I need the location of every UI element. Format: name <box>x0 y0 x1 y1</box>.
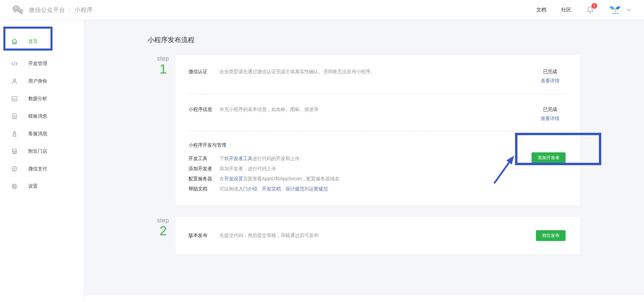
sidebar-item-data-analysis[interactable]: 数据分析 <box>0 90 84 108</box>
row-label: 版本发布 <box>189 233 219 239</box>
code-icon <box>11 60 18 67</box>
dev-item-tools: 开发工具 下载开发者工具进行代码的开发和上传 <box>189 156 532 161</box>
row-desc: 企业类型请先通过微信认证完成主体真实性确认。否则将无法发布小程序。 <box>219 69 541 75</box>
sidebar-item-settings[interactable]: 设置 <box>0 178 84 195</box>
step-number: 1 <box>157 62 176 77</box>
sidebar-item-label: 用户身份 <box>28 78 47 84</box>
header-right: 文档 社区 1 <box>536 5 631 14</box>
dev-item-config-server: 配置服务器 在开发设置页面查看AppID和AppSecret，配置服务器域名 <box>189 176 532 182</box>
sidebar-item-label: 附近门店 <box>28 148 47 154</box>
section-title: 小程序开发与管理 <box>189 142 532 148</box>
notification-bell-button[interactable]: 1 <box>586 5 594 14</box>
dev-item-add-developer: 添加开发者 添加开发者，进行代码上传 <box>189 166 532 172</box>
dev-manage-section: 小程序开发与管理 开发工具 下载开发者工具进行代码的开发和上传 添加开发者 添加… <box>176 131 580 205</box>
wechat-pay-icon <box>11 165 18 173</box>
row-wechat-auth: 微信认证 企业类型请先通过微信认证完成主体真实性确认。否则将无法发布小程序。 已… <box>176 55 580 94</box>
sidebar-item-label: 数据分析 <box>28 96 47 102</box>
nav-community-link[interactable]: 社区 <box>561 7 571 13</box>
devtools-link[interactable]: 开发者工具 <box>229 156 252 161</box>
top-header: 微信公众平台｜小程序 文档 社区 1 <box>0 0 644 20</box>
step-1-block: step 1 微信认证 企业类型请先通过微信认证完成主体真实性确认。否则将无法发… <box>147 55 644 205</box>
dev-item-label: 配置服务器 <box>189 176 219 182</box>
step-2-card: 版本发布 先提交代码，然后提交审核，审核通过后可发布 前往发布 <box>176 217 580 254</box>
sidebar-item-label: 首页 <box>28 38 38 44</box>
sidebar-item-template-message[interactable]: 模板消息 <box>0 108 84 125</box>
sidebar-item-label: 微信支付 <box>28 166 47 172</box>
step-number: 2 <box>157 224 176 238</box>
dev-item-desc: 可以阅读入门介绍、开发文档、设计规范和运营规范 <box>219 186 328 192</box>
dev-settings-link[interactable]: 开发设置 <box>224 176 243 181</box>
sidebar-nav: 首页 开发管理 用户身份 <box>0 20 84 302</box>
template-message-icon <box>11 113 18 120</box>
row-label: 小程序信息 <box>189 107 219 113</box>
account-avatar <box>609 5 621 14</box>
intro-link[interactable]: 入门介绍 <box>238 186 257 191</box>
account-menu-button[interactable] <box>609 5 631 14</box>
page-title: 小程序发布流程 <box>147 35 644 44</box>
notification-badge: 1 <box>591 3 597 9</box>
home-icon <box>11 38 18 45</box>
dev-item-label: 添加开发者 <box>189 166 219 172</box>
dev-item-desc: 添加开发者，进行代码上传 <box>219 166 276 172</box>
main-area: 小程序发布流程 step 1 微信认证 企业类型请先通过微信认证完成主体真实性确… <box>84 20 644 302</box>
body-wrap: 首页 开发管理 用户身份 <box>0 20 644 302</box>
sidebar-item-customer-service[interactable]: 客服消息 <box>0 125 84 143</box>
dev-item-label: 开发工具 <box>189 156 219 161</box>
row-desc: 补充小程序的基本信息，如名称、图标、描述等 <box>219 107 541 113</box>
status-done: 已完成 <box>541 107 560 113</box>
add-developer-button[interactable]: 添加开发者 <box>532 152 566 163</box>
row-label: 微信认证 <box>189 69 219 75</box>
nav-docs-link[interactable]: 文档 <box>536 7 546 13</box>
customer-service-icon <box>11 130 18 138</box>
sidebar-item-nearby-store[interactable]: 附近门店 <box>0 143 84 160</box>
store-icon <box>11 148 18 155</box>
go-release-button[interactable]: 前往发布 <box>536 230 566 241</box>
status-col: 已完成 查看详情 <box>541 107 560 122</box>
sidebar-item-label: 客服消息 <box>28 131 47 137</box>
step-2-indicator: step 2 <box>147 217 176 254</box>
dev-item-help-docs: 帮助文档 可以阅读入门介绍、开发文档、设计规范和运营规范 <box>189 186 532 192</box>
row-desc: 先提交代码，然后提交审核，审核通过后可发布 <box>219 233 536 239</box>
sidebar-item-user-identity[interactable]: 用户身份 <box>0 72 84 90</box>
status-done: 已完成 <box>541 69 560 75</box>
row-miniprogram-info: 小程序信息 补充小程序的基本信息，如名称、图标、描述等 已完成 查看详情 <box>176 94 580 131</box>
design-spec-link[interactable]: 设计规范 <box>285 186 304 191</box>
step-1-indicator: step 1 <box>147 55 176 205</box>
dev-item-desc: 在开发设置页面查看AppID和AppSecret，配置服务器域名 <box>219 176 339 182</box>
sidebar-item-label: 设置 <box>28 183 38 189</box>
step-word: step <box>157 217 176 224</box>
sidebar-item-dev-manage[interactable]: 开发管理 <box>0 55 84 72</box>
operation-spec-link[interactable]: 运营规范 <box>309 186 328 191</box>
dev-item-desc: 下载开发者工具进行代码的开发和上传 <box>219 156 300 161</box>
step-2-block: step 2 版本发布 先提交代码，然后提交审核，审核通过后可发布 前往发布 <box>147 217 644 254</box>
status-col: 已完成 查看详情 <box>541 69 560 84</box>
dev-docs-link[interactable]: 开发文档 <box>262 186 281 191</box>
wechat-logo-icon <box>11 4 24 15</box>
user-icon <box>11 78 18 85</box>
view-details-link[interactable]: 查看详情 <box>541 78 560 83</box>
app-window: 微信公众平台｜小程序 文档 社区 1 <box>0 0 644 302</box>
brand-logo-link[interactable]: 微信公众平台｜小程序 <box>11 4 93 15</box>
view-details-link[interactable]: 查看详情 <box>541 116 560 121</box>
bar-chart-icon <box>11 95 18 102</box>
gear-icon <box>11 183 18 190</box>
row-version-release: 版本发布 先提交代码，然后提交审核，审核通过后可发布 前往发布 <box>176 217 580 254</box>
sidebar-item-wechat-pay[interactable]: 微信支付 <box>0 160 84 178</box>
sidebar-item-home[interactable]: 首页 <box>0 33 84 50</box>
step-1-card: 微信认证 企业类型请先通过微信认证完成主体真实性确认。否则将无法发布小程序。 已… <box>176 55 580 205</box>
step-word: step <box>157 55 176 62</box>
sidebar-item-label: 开发管理 <box>28 61 47 67</box>
sidebar-item-label: 模板消息 <box>28 113 47 119</box>
dev-item-label: 帮助文档 <box>189 186 219 192</box>
brand-title: 微信公众平台｜小程序 <box>29 6 93 14</box>
chevron-down-icon <box>626 8 631 11</box>
footer-strip <box>84 296 644 302</box>
